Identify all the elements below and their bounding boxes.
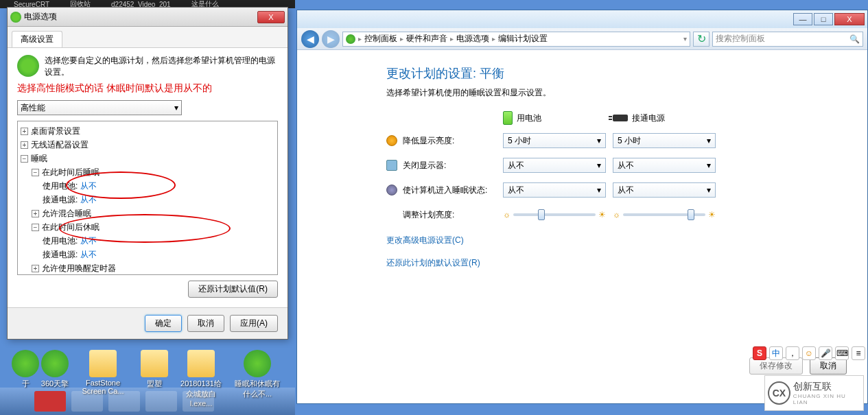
taskbar[interactable] [0, 388, 295, 415]
plug-icon [613, 115, 628, 121]
link-advanced[interactable]: 更改高级电源设置(C) [386, 235, 847, 246]
close-button[interactable]: X [257, 11, 285, 23]
dialog-titlebar[interactable]: 电源选项 X [8, 8, 288, 27]
sun-icon: ☀ [708, 210, 716, 220]
desktop-icon[interactable] [89, 350, 117, 377]
off-battery-select[interactable]: 从不▾ [503, 158, 606, 173]
expand-icon[interactable]: + [32, 265, 39, 272]
breadcrumb[interactable]: ▸ 控制面板▸ 硬件和声音▸ 电源选项▸ 编辑计划设置 ▾ [342, 32, 690, 47]
back-button[interactable]: ◀ [301, 30, 319, 48]
window-titlebar[interactable]: — □ X [297, 10, 867, 28]
ime-s-button[interactable]: S [753, 346, 766, 360]
sleep-b-val: 从不 [508, 185, 524, 196]
bc-power[interactable]: 电源选项 [456, 33, 489, 45]
ime-keyboard-button[interactable]: ⌨ [835, 346, 849, 360]
maximize-button[interactable]: □ [814, 13, 833, 25]
tree-sleep-after[interactable]: 在此时间后睡眠 [42, 167, 99, 177]
power-options-dialog: 电源选项 X 高级设置 选择您要自定义的电源计划，然后选择您希望计算机管理的电源… [7, 7, 288, 340]
expand-icon[interactable]: + [21, 128, 28, 135]
task-item[interactable] [34, 391, 66, 412]
tree-wifi[interactable]: 无线适配器设置 [31, 140, 89, 150]
dim-battery-select[interactable]: 5 小时▾ [503, 133, 606, 148]
off-plugged-select[interactable]: 从不▾ [613, 158, 716, 173]
tree-hybrid[interactable]: 允许混合睡眠 [42, 209, 91, 218]
desktop-icon[interactable] [141, 350, 168, 377]
logo-text: 创新互联 [793, 381, 860, 393]
address-bar: ◀ ▶ ▸ 控制面板▸ 硬件和声音▸ 电源选项▸ 编辑计划设置 ▾ ↻ 搜索控制… [297, 28, 867, 50]
task-item[interactable] [145, 391, 177, 412]
restore-defaults-button[interactable]: 还原计划默认值(R) [188, 281, 278, 298]
refresh-button[interactable]: ↻ [693, 32, 709, 47]
monitor-icon [386, 160, 397, 171]
ime-menu-button[interactable]: ≡ [852, 346, 865, 360]
tree-ac2-val[interactable]: 从不 [80, 250, 97, 259]
tree-hibernate-after[interactable]: 在此时间后休眠 [42, 222, 99, 232]
dim-plugged-select[interactable]: 5 小时▾ [613, 133, 716, 148]
ime-emoji-button[interactable]: ☺ [802, 346, 816, 360]
task-item[interactable] [108, 391, 140, 412]
task-item[interactable] [71, 391, 103, 412]
off-p-val: 从不 [618, 160, 634, 171]
sun-icon: ☼ [503, 210, 511, 220]
bc-hardware[interactable]: 硬件和声音 [406, 33, 447, 45]
sleep-p-val: 从不 [618, 185, 634, 196]
bc-control-panel[interactable]: 控制面板 [364, 33, 397, 45]
apply-button[interactable]: 应用(A) [230, 315, 278, 332]
tab-advanced[interactable]: 高级设置 [12, 31, 62, 47]
desktop-icon[interactable] [244, 350, 271, 377]
blank-icon [386, 209, 397, 220]
ime-lang-button[interactable]: 中 [769, 346, 783, 360]
tree-ac2-label: 接通电源: [43, 250, 78, 259]
tree-ac-label: 接通电源: [43, 195, 78, 204]
tree-sleep[interactable]: 睡眠 [31, 154, 47, 163]
logo-icon: CX [768, 381, 790, 405]
chevron-down-icon: ▾ [707, 161, 711, 170]
search-input[interactable]: 搜索控制面板 🔍 [712, 32, 863, 47]
tree-batt-val[interactable]: 从不 [80, 181, 97, 191]
moon-icon [386, 185, 397, 195]
col-battery: 用电池 [517, 112, 541, 124]
task-item[interactable] [183, 391, 214, 412]
tree-batt2-val[interactable]: 从不 [80, 236, 97, 246]
minimize-button[interactable]: — [793, 13, 812, 25]
close-button[interactable]: X [834, 13, 865, 25]
settings-tree[interactable]: +桌面背景设置 +无线适配器设置 −睡眠 −在此时间后睡眠 使用电池: 从不 接… [17, 121, 278, 275]
sun-icon: ☀ [598, 210, 606, 220]
expand-icon[interactable]: + [21, 141, 28, 149]
plan-select[interactable]: 高性能 ▾ [17, 100, 182, 115]
sun-icon: ☼ [613, 210, 620, 220]
bright-battery-slider[interactable]: ☼ ☀ [503, 207, 606, 222]
watermark-logo: CX 创新互联 CHUANG XIN HU LIAN [764, 375, 864, 411]
sleep-battery-select[interactable]: 从不▾ [503, 182, 606, 198]
link-restore[interactable]: 还原此计划的默认设置(R) [386, 257, 847, 269]
ime-punct-button[interactable]: ， [786, 346, 799, 360]
tree-ac-val[interactable]: 从不 [80, 195, 97, 204]
forward-button[interactable]: ▶ [322, 30, 340, 48]
battery-icon [503, 111, 513, 125]
desktop-icon[interactable] [41, 350, 69, 377]
chevron-down-icon: ▾ [597, 136, 601, 145]
expand-icon[interactable]: + [32, 210, 39, 217]
bright-plugged-slider[interactable]: ☼ ☀ [613, 207, 716, 222]
chevron-down-icon: ▾ [597, 161, 601, 170]
tree-wake-timer[interactable]: 允许使用唤醒定时器 [42, 263, 116, 273]
chevron-down-icon[interactable]: ▾ [683, 35, 687, 43]
desktop-icon[interactable] [187, 350, 215, 377]
cancel-button[interactable]: 取消 [187, 315, 224, 332]
chevron-down-icon: ▾ [707, 136, 711, 145]
bc-edit-plan[interactable]: 编辑计划设置 [498, 33, 548, 45]
ime-mic-button[interactable]: 🎤 [819, 346, 832, 360]
row-off-label: 关闭显示器: [403, 160, 503, 171]
off-b-val: 从不 [508, 160, 524, 171]
collapse-icon[interactable]: − [21, 155, 28, 163]
dim-p-val: 5 小时 [618, 135, 641, 147]
row-sleep-label: 使计算机进入睡眠状态: [403, 185, 503, 196]
ok-button[interactable]: 确定 [145, 315, 182, 332]
collapse-icon[interactable]: − [32, 224, 39, 231]
tree-desktop-bg[interactable]: 桌面背景设置 [31, 126, 80, 136]
collapse-icon[interactable]: − [32, 169, 39, 176]
search-placeholder: 搜索控制面板 [716, 33, 765, 45]
page-desc: 选择希望计算机使用的睡眠设置和显示设置。 [386, 87, 847, 99]
ime-toolbar[interactable]: S 中 ， ☺ 🎤 ⌨ ≡ [753, 346, 865, 360]
sleep-plugged-select[interactable]: 从不▾ [613, 182, 716, 198]
